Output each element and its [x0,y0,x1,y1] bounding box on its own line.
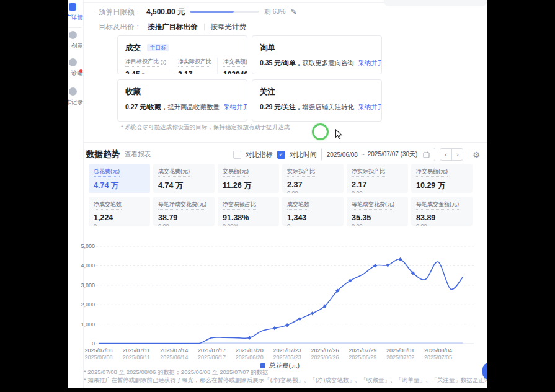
svg-text:2025/07/20: 2025/07/20 [236,347,264,354]
compare-time-checkbox[interactable]: ✓ [277,151,285,159]
next-period-button[interactable]: › [451,149,463,160]
svg-text:2025/07/02: 2025/07/02 [386,354,414,360]
goal-bid-row: 目标及出价： 按推广目标出价 按曝光计费 [99,22,246,32]
goal-cards: 成交 主目标 净目标投产比i 2.45✎ 净实际投产比 2.17 净交易额(元)… [117,35,382,122]
budget-value: 4,500.00 元 [146,7,185,17]
sidebar-item-diagnosis[interactable]: 诊断 [68,58,83,78]
adopt-enable-link[interactable]: 采纳并开启 [358,59,382,66]
adopt-enable-link[interactable]: 采纳并开启 [223,103,247,110]
budget-remaining: 剩 63% [264,7,285,16]
svg-text:2025/07/29: 2025/07/29 [349,347,376,354]
adopt-enable-link[interactable]: 采纳并开启 [358,103,382,110]
info-icon[interactable]: i [161,60,166,65]
card-title: 询单 [260,43,275,52]
notification-dot [79,69,82,73]
svg-text:4,000: 4,000 [81,262,95,269]
svg-text:2025/06/23: 2025/06/23 [273,354,301,360]
edit-budget-icon[interactable]: ✎ [290,8,296,16]
svg-text:2025/07/14: 2025/07/14 [160,347,188,354]
controls-separator [468,151,468,158]
metric-tile[interactable]: 每笔成交花费(元)35.350.00 [347,197,408,226]
stat-net-gmv: 净交易额(元) 102946.60 [217,58,247,74]
edit-roi-target-icon[interactable]: ✎ [141,71,146,74]
goal-bid-label: 目标及出价： [99,22,141,32]
prev-period-button[interactable]: ‹ [440,149,451,160]
camera-icon [69,58,77,66]
stat-net-actual-roi: 净实际投产比 2.17 [172,58,217,74]
card-title: 关注 [260,87,275,96]
svg-text:2025/06/17: 2025/06/17 [198,354,226,360]
tab-bid-by-goal[interactable]: 按推广目标出价 [148,22,198,32]
svg-text:2025/08/01: 2025/08/01 [386,347,414,354]
view-report-link[interactable]: 查看报表 [125,150,151,159]
metric-tile[interactable]: 净成交笔数1,2240 [89,197,150,226]
app-window: 推广详情 创意 诊断 操作记录 预算日限额： 4,500.00 元 剩 63% … [68,0,487,388]
top-toolbar-button-partial[interactable] [384,0,487,6]
date-range-separator: ~ [361,151,365,158]
card-inquiry: 询单 0.35 元/询单，获取更多意向咨询采纳并开启 [252,35,382,74]
svg-text:2025/07/17: 2025/07/17 [198,347,226,354]
metric-tile[interactable]: 净交易额(元)10.29 万0.00 [411,164,473,193]
metric-tile[interactable]: 成交花费(元)4.74 万0.00 [153,164,215,193]
svg-text:2025/07/26: 2025/07/26 [311,347,339,354]
clock-icon [69,87,77,96]
svg-text:2025/07/23: 2025/07/23 [273,347,301,354]
sidebar-item-creative[interactable]: 创意 [68,31,83,50]
sidebar-item-promo-detail[interactable]: 推广详情 [68,3,83,22]
trend-chart: 01,0002,0003,0004,0005,0002025/07/082025… [80,238,480,362]
metric-tile[interactable]: 每笔成交金额(元)83.890.00 [411,197,473,226]
date-range-picker[interactable]: 2025/06/08 ~ 2025/07/07 (30天) [321,148,436,161]
stat-net-target-roi: 净目标投产比i 2.45✎ [125,58,172,74]
goal-note: * 系统会尽可能达成你设置的目标，保持稳定投放有助于提升达成 [121,123,290,131]
date-range-end: 2025/07/07 (30天) [368,150,418,159]
date-nav-group: ‹ › [440,148,463,161]
promo-detail-icon [69,3,76,11]
chart-footnote-disclaimer: * 如果推广在暂停或删除前已经获得了曝光，那么在暂停或删除后展示「(净)交易额」… [84,376,487,385]
sidebar-divider [69,27,81,28]
metric-tile[interactable]: 净交易额占比91.38%0.00% [218,197,279,226]
svg-text:5,000: 5,000 [81,243,95,249]
trends-title: 数据趋势 [86,149,120,160]
trends-header: 数据趋势 查看报表 对比指标 ✓ 对比时间 2025/06/08 ~ 2025/… [86,146,480,163]
budget-row: 预算日限额： 4,500.00 元 剩 63% ✎ [99,7,297,17]
svg-text:3,000: 3,000 [81,282,95,288]
metric-tile[interactable]: 净实际投产比2.170.00 [347,164,408,193]
metric-tile[interactable]: 交易额(元)11.26 万0.00 [218,164,279,193]
budget-progress-bar [190,11,259,13]
tab-bid-by-impression[interactable]: 按曝光计费 [211,22,247,32]
floating-action-button-partial[interactable] [482,363,487,380]
metric-tile[interactable]: 实际投产比2.370.00 [282,164,344,193]
compare-metric-checkbox[interactable] [233,151,241,159]
svg-text:2,000: 2,000 [81,301,95,308]
sidebar-item-history[interactable]: 操作记录 [68,87,83,107]
svg-text:2025/06/26: 2025/06/26 [311,354,339,360]
svg-text:1,000: 1,000 [81,321,95,327]
svg-text:2025/08/04: 2025/08/04 [424,347,452,354]
card-favorite: 收藏 0.27 元/收藏，提升商品收藏数量采纳并开启 [117,79,247,122]
budget-label: 预算日限额： [99,7,141,17]
metric-tile[interactable]: 成交笔数1,3430 [282,197,344,226]
metric-tile[interactable]: 每笔净成交花费(元)38.790.00 [153,197,215,226]
tab-separator [204,24,205,30]
svg-text:2025/06/08: 2025/06/08 [84,354,112,360]
sidebar-item-label: 操作记录 [68,99,83,107]
card-title: 成交 [125,43,141,52]
svg-text:2025/06/20: 2025/06/20 [236,354,264,360]
section-divider [84,142,487,143]
svg-text:0: 0 [92,341,95,347]
lightbulb-icon [69,31,77,39]
sidebar-item-label: 创意 [68,42,83,50]
budget-progress-fill [190,11,234,13]
card-deal: 成交 主目标 净目标投产比i 2.45✎ 净实际投产比 2.17 净交易额(元)… [117,35,247,74]
compare-time-label: 对比时间 [290,150,317,159]
svg-text:2025/06/11: 2025/06/11 [123,354,150,360]
svg-text:2025/06/29: 2025/06/29 [349,354,376,360]
svg-text:2025/07/11: 2025/07/11 [123,347,150,354]
card-title: 收藏 [125,87,141,96]
date-range-start: 2025/06/08 [327,151,358,158]
settings-gear-icon[interactable]: ⚙ [473,151,480,159]
primary-goal-badge: 主目标 [147,44,169,51]
metric-tile[interactable]: 总花费(元)4.74 万0.00 [89,164,150,193]
chart-footnote-periods: * 2025/07/08 至 2025/08/06 的数据；2025/06/08… [84,368,269,376]
legend-label: 总花费(元) [269,362,300,369]
